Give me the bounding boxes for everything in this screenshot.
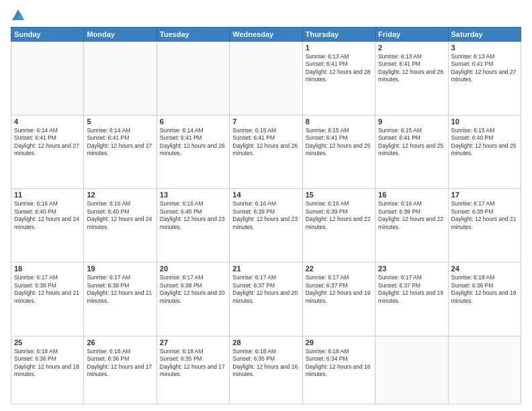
calendar-cell: 19Sunrise: 6:17 AM Sunset: 6:38 PM Dayli… [84,263,157,336]
day-number: 19 [87,265,153,273]
day-number: 1 [306,44,372,52]
calendar-cell: 9Sunrise: 6:15 AM Sunset: 6:41 PM Daylig… [375,115,448,189]
calendar-cell: 7Sunrise: 6:15 AM Sunset: 6:41 PM Daylig… [230,115,302,189]
day-info: Sunrise: 6:15 AM Sunset: 6:41 PM Dayligh… [378,127,445,158]
weekday-header-saturday: Saturday [448,28,521,42]
calendar-cell: 25Sunrise: 6:18 AM Sunset: 6:36 PM Dayli… [11,336,84,404]
day-number: 20 [160,265,226,273]
day-info: Sunrise: 6:16 AM Sunset: 6:39 PM Dayligh… [378,200,445,231]
weekday-header-monday: Monday [84,28,157,42]
day-info: Sunrise: 6:18 AM Sunset: 6:36 PM Dayligh… [87,348,153,379]
weekday-header-wednesday: Wednesday [230,28,302,42]
day-number: 6 [160,118,226,126]
day-info: Sunrise: 6:13 AM Sunset: 6:41 PM Dayligh… [306,53,372,84]
calendar-cell [375,336,448,404]
day-number: 17 [451,191,518,199]
calendar-cell: 16Sunrise: 6:16 AM Sunset: 6:39 PM Dayli… [375,189,448,263]
day-info: Sunrise: 6:17 AM Sunset: 6:39 PM Dayligh… [451,200,518,231]
day-info: Sunrise: 6:17 AM Sunset: 6:38 PM Dayligh… [160,274,226,305]
day-number: 2 [378,44,445,52]
day-info: Sunrise: 6:17 AM Sunset: 6:37 PM Dayligh… [232,274,299,305]
day-number: 25 [14,338,81,347]
day-info: Sunrise: 6:18 AM Sunset: 6:36 PM Dayligh… [451,274,518,305]
calendar-cell: 23Sunrise: 6:17 AM Sunset: 6:37 PM Dayli… [375,263,448,336]
day-info: Sunrise: 6:18 AM Sunset: 6:36 PM Dayligh… [14,348,81,379]
day-info: Sunrise: 6:13 AM Sunset: 6:41 PM Dayligh… [378,53,445,84]
day-info: Sunrise: 6:14 AM Sunset: 6:41 PM Dayligh… [14,127,81,158]
calendar-cell: 5Sunrise: 6:14 AM Sunset: 6:41 PM Daylig… [84,115,157,189]
weekday-header-thursday: Thursday [302,28,375,42]
calendar-cell: 12Sunrise: 6:16 AM Sunset: 6:40 PM Dayli… [84,189,157,263]
day-info: Sunrise: 6:15 AM Sunset: 6:40 PM Dayligh… [451,127,518,158]
day-number: 27 [160,338,226,347]
header [11,8,521,23]
logo-icon [11,8,26,23]
calendar-table: SundayMondayTuesdayWednesdayThursdayFrid… [11,27,521,404]
calendar-cell: 18Sunrise: 6:17 AM Sunset: 6:38 PM Dayli… [11,263,84,336]
day-number: 28 [232,338,299,347]
calendar-cell [230,42,302,116]
calendar-cell: 15Sunrise: 6:16 AM Sunset: 6:39 PM Dayli… [302,189,375,263]
day-number: 16 [378,191,445,199]
day-number: 23 [378,265,445,273]
logo [11,8,28,23]
day-number: 26 [87,338,153,347]
calendar-cell: 10Sunrise: 6:15 AM Sunset: 6:40 PM Dayli… [448,115,521,189]
weekday-header-tuesday: Tuesday [157,28,229,42]
day-number: 7 [232,118,299,126]
day-info: Sunrise: 6:17 AM Sunset: 6:38 PM Dayligh… [14,274,81,305]
calendar-cell: 21Sunrise: 6:17 AM Sunset: 6:37 PM Dayli… [230,263,302,336]
day-info: Sunrise: 6:14 AM Sunset: 6:41 PM Dayligh… [87,127,153,158]
calendar-page: SundayMondayTuesdayWednesdayThursdayFrid… [0,0,532,411]
day-number: 18 [14,265,81,273]
calendar-cell: 11Sunrise: 6:16 AM Sunset: 6:40 PM Dayli… [11,189,84,263]
calendar-cell: 6Sunrise: 6:14 AM Sunset: 6:41 PM Daylig… [157,115,229,189]
day-number: 15 [306,191,372,199]
calendar-cell: 8Sunrise: 6:15 AM Sunset: 6:41 PM Daylig… [302,115,375,189]
calendar-cell: 27Sunrise: 6:18 AM Sunset: 6:35 PM Dayli… [157,336,229,404]
day-number: 11 [14,191,81,199]
day-info: Sunrise: 6:17 AM Sunset: 6:37 PM Dayligh… [378,274,445,305]
day-number: 21 [232,265,299,273]
calendar-cell: 1Sunrise: 6:13 AM Sunset: 6:41 PM Daylig… [302,42,375,116]
day-info: Sunrise: 6:16 AM Sunset: 6:39 PM Dayligh… [232,200,299,231]
weekday-header-friday: Friday [375,28,448,42]
day-info: Sunrise: 6:14 AM Sunset: 6:41 PM Dayligh… [160,127,226,158]
calendar-cell: 22Sunrise: 6:17 AM Sunset: 6:37 PM Dayli… [302,263,375,336]
day-info: Sunrise: 6:18 AM Sunset: 6:35 PM Dayligh… [160,348,226,379]
day-info: Sunrise: 6:16 AM Sunset: 6:40 PM Dayligh… [14,200,81,231]
day-info: Sunrise: 6:17 AM Sunset: 6:38 PM Dayligh… [87,274,153,305]
day-info: Sunrise: 6:18 AM Sunset: 6:34 PM Dayligh… [306,348,372,379]
day-info: Sunrise: 6:15 AM Sunset: 6:41 PM Dayligh… [306,127,372,158]
calendar-cell: 3Sunrise: 6:13 AM Sunset: 6:41 PM Daylig… [448,42,521,116]
day-number: 3 [451,44,518,52]
calendar-cell [157,42,229,116]
day-info: Sunrise: 6:18 AM Sunset: 6:35 PM Dayligh… [232,348,299,379]
calendar-cell [84,42,157,116]
calendar-cell: 24Sunrise: 6:18 AM Sunset: 6:36 PM Dayli… [448,263,521,336]
day-number: 10 [451,118,518,126]
calendar-cell: 17Sunrise: 6:17 AM Sunset: 6:39 PM Dayli… [448,189,521,263]
calendar-cell: 26Sunrise: 6:18 AM Sunset: 6:36 PM Dayli… [84,336,157,404]
day-info: Sunrise: 6:16 AM Sunset: 6:40 PM Dayligh… [87,200,153,231]
day-info: Sunrise: 6:16 AM Sunset: 6:40 PM Dayligh… [160,200,226,231]
calendar-cell: 14Sunrise: 6:16 AM Sunset: 6:39 PM Dayli… [230,189,302,263]
weekday-header-sunday: Sunday [11,28,84,42]
day-number: 14 [232,191,299,199]
day-number: 5 [87,118,153,126]
day-info: Sunrise: 6:15 AM Sunset: 6:41 PM Dayligh… [232,127,299,158]
calendar-cell: 20Sunrise: 6:17 AM Sunset: 6:38 PM Dayli… [157,263,229,336]
calendar-cell [11,42,84,116]
calendar-cell: 2Sunrise: 6:13 AM Sunset: 6:41 PM Daylig… [375,42,448,116]
day-info: Sunrise: 6:16 AM Sunset: 6:39 PM Dayligh… [306,200,372,231]
calendar-cell: 4Sunrise: 6:14 AM Sunset: 6:41 PM Daylig… [11,115,84,189]
day-number: 13 [160,191,226,199]
day-number: 29 [306,338,372,347]
calendar-cell: 29Sunrise: 6:18 AM Sunset: 6:34 PM Dayli… [302,336,375,404]
day-number: 22 [306,265,372,273]
calendar-cell: 28Sunrise: 6:18 AM Sunset: 6:35 PM Dayli… [230,336,302,404]
day-number: 24 [451,265,518,273]
day-number: 9 [378,118,445,126]
day-number: 8 [306,118,372,126]
day-info: Sunrise: 6:13 AM Sunset: 6:41 PM Dayligh… [451,53,518,84]
